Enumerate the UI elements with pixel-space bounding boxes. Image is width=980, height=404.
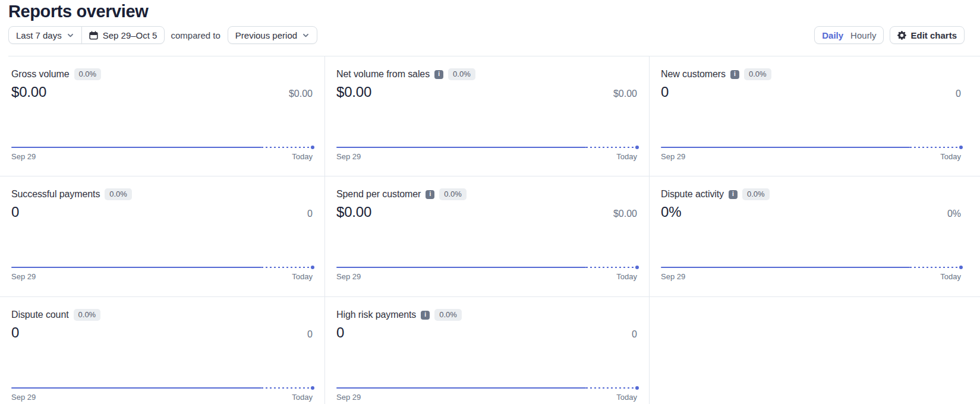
metric-end-value: 0% [947,209,961,219]
metric-card-gross-volume[interactable]: Gross volume 0.0% $0.00 $0.00 Sep 29 Tod… [0,56,325,176]
date-range-button[interactable]: Sep 29–Oct 5 [81,26,165,44]
x-axis-labels: Sep 29 Today [11,272,313,281]
metrics-grid: Gross volume 0.0% $0.00 $0.00 Sep 29 Tod… [0,56,980,404]
change-badge: 0.0% [448,68,475,80]
comparison-button[interactable]: Previous period [228,26,317,44]
gear-icon [897,31,906,40]
x-axis-labels: Sep 29 Today [661,152,961,161]
card-header: Dispute activity i 0.0% [661,187,961,201]
metric-end-value: $0.00 [613,209,637,219]
card-values: 0% 0% [661,204,961,220]
card-title: High risk payments [336,310,416,320]
x-label-start: Sep 29 [661,152,685,161]
card-header: Net volume from sales i 0.0% [336,67,637,81]
range-preset-label: Last 7 days [16,30,62,40]
info-icon[interactable]: i [421,311,430,320]
change-badge: 0.0% [74,309,101,321]
today-point [959,266,963,269]
metric-value: 0 [661,84,669,100]
info-icon[interactable]: i [730,70,739,79]
card-title: Gross volume [11,69,70,80]
change-badge: 0.0% [74,68,102,80]
card-title: New customers [661,69,726,80]
info-icon[interactable]: i [434,70,443,79]
today-point [635,386,639,390]
metric-card-successful-payments[interactable]: Successful payments 0.0% 0 0 Sep 29 Toda… [0,176,325,296]
metric-end-value: 0 [307,329,313,340]
reports-header: Reports overview Last 7 days Sep 29–Oct … [0,0,980,44]
edit-charts-label: Edit charts [910,30,957,40]
calendar-icon [89,31,98,40]
sparkline-chart: Sep 29 Today [11,387,313,402]
card-title: Successful payments [11,189,100,200]
metric-card-net-volume-from-sales[interactable]: Net volume from sales i 0.0% $0.00 $0.00… [325,56,650,176]
sparkline-chart: Sep 29 Today [661,267,961,281]
metric-card-new-customers[interactable]: New customers i 0.0% 0 0 Sep 29 Today [650,56,980,176]
metric-value: $0.00 [336,84,371,100]
metric-end-value: $0.00 [289,89,313,99]
today-point [635,266,639,269]
granularity-hourly[interactable]: Hourly [850,30,876,40]
card-title: Spend per customer [336,189,421,200]
range-preset-button[interactable]: Last 7 days [8,26,82,44]
card-title: Dispute count [11,310,69,320]
card-header: Gross volume 0.0% [11,67,313,81]
page-title: Reports overview [8,1,965,21]
card-values: $0.00 $0.00 [11,84,313,100]
today-point [635,146,639,149]
today-point [311,266,314,269]
change-badge: 0.0% [744,68,771,80]
granularity-toggle: Daily Hourly [814,26,884,44]
x-label-start: Sep 29 [11,393,36,402]
edit-charts-button[interactable]: Edit charts [890,26,965,44]
change-badge: 0.0% [105,188,132,200]
granularity-daily[interactable]: Daily [822,30,843,40]
metric-value: $0.00 [11,84,46,100]
compared-to-label: compared to [171,30,220,40]
x-label-start: Sep 29 [336,152,361,161]
sparkline-chart: Sep 29 Today [11,267,313,281]
chevron-down-icon [302,31,310,39]
sparkline-chart: Sep 29 Today [336,387,637,402]
metric-value: 0 [11,324,19,341]
metric-card-dispute-activity[interactable]: Dispute activity i 0.0% 0% 0% Sep 29 Tod… [650,176,980,296]
x-label-end: Today [616,152,637,161]
today-point [311,386,314,390]
sparkline-line [11,267,313,268]
sparkline-line [11,387,313,389]
card-title: Dispute activity [661,189,724,200]
info-icon[interactable]: i [729,190,738,199]
sparkline-chart: Sep 29 Today [661,147,961,161]
metric-card-spend-per-customer[interactable]: Spend per customer i 0.0% $0.00 $0.00 Se… [325,176,650,296]
metric-card-dispute-count[interactable]: Dispute count 0.0% 0 0 Sep 29 Today [0,296,325,404]
sparkline-chart: Sep 29 Today [336,267,637,281]
x-label-start: Sep 29 [661,272,685,281]
x-label-end: Today [940,272,961,281]
metric-value: $0.00 [336,204,371,220]
x-label-end: Today [616,393,637,402]
today-point [959,146,963,149]
card-values: 0 0 [11,324,313,341]
metric-end-value: 0 [307,209,313,219]
x-label-start: Sep 29 [336,272,361,281]
x-label-start: Sep 29 [336,393,361,402]
card-title: Net volume from sales [336,69,430,80]
sparkline-line [11,147,313,148]
empty-grid-cell [650,296,980,404]
metric-end-value: 0 [632,329,637,340]
x-label-end: Today [616,272,637,281]
today-point [311,146,314,149]
x-axis-labels: Sep 29 Today [661,272,961,281]
sparkline-chart: Sep 29 Today [11,147,313,161]
x-axis-labels: Sep 29 Today [336,393,637,402]
sparkline-line [336,147,637,148]
change-badge: 0.0% [742,188,770,200]
change-badge: 0.0% [434,309,462,321]
card-values: 0 0 [11,204,313,220]
metric-value: 0 [336,324,344,341]
metric-card-high-risk-payments[interactable]: High risk payments i 0.0% 0 0 Sep 29 Tod… [325,296,650,404]
info-icon[interactable]: i [426,190,434,199]
card-values: $0.00 $0.00 [336,204,637,220]
metric-value: 0% [661,204,681,220]
card-header: Dispute count 0.0% [11,308,313,322]
